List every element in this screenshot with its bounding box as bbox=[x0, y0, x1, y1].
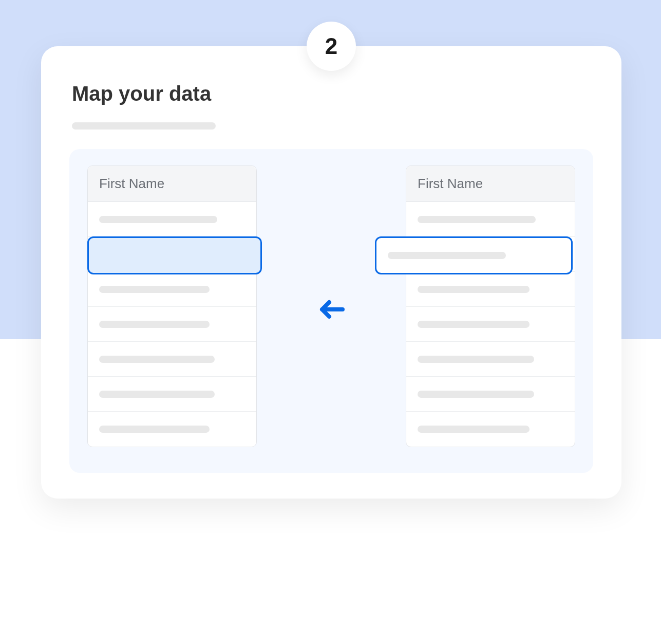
list-item[interactable] bbox=[88, 272, 256, 307]
step-card: 2 Map your data First Name First Name bbox=[41, 46, 621, 499]
list-item[interactable] bbox=[88, 307, 256, 342]
list-item[interactable] bbox=[88, 202, 256, 237]
row-placeholder bbox=[99, 286, 210, 293]
row-placeholder bbox=[99, 391, 215, 398]
row-placeholder bbox=[418, 356, 534, 363]
list-item[interactable] bbox=[88, 412, 256, 447]
list-item[interactable] bbox=[406, 272, 575, 307]
row-placeholder bbox=[388, 252, 506, 259]
row-placeholder bbox=[418, 391, 534, 398]
list-item[interactable] bbox=[406, 202, 575, 237]
list-item[interactable] bbox=[406, 307, 575, 342]
left-column-header: First Name bbox=[88, 166, 256, 202]
list-item[interactable] bbox=[88, 377, 256, 412]
row-placeholder bbox=[99, 356, 215, 363]
left-selected-row[interactable] bbox=[87, 236, 262, 274]
row-placeholder bbox=[99, 426, 210, 433]
arrow-left-icon bbox=[318, 298, 345, 323]
mapping-container: First Name First Name bbox=[69, 149, 593, 473]
row-placeholder bbox=[99, 321, 210, 328]
row-placeholder bbox=[418, 321, 530, 328]
row-placeholder bbox=[418, 216, 536, 223]
list-item[interactable] bbox=[406, 412, 575, 447]
step-number-badge: 2 bbox=[307, 22, 356, 71]
right-column-header: First Name bbox=[406, 166, 575, 202]
right-column: First Name bbox=[406, 165, 575, 447]
list-item[interactable] bbox=[88, 342, 256, 377]
row-placeholder bbox=[418, 286, 530, 293]
list-item[interactable] bbox=[406, 342, 575, 377]
row-placeholder bbox=[99, 216, 217, 223]
left-column: First Name bbox=[87, 165, 257, 447]
subtitle-placeholder bbox=[72, 122, 216, 130]
right-selected-row[interactable] bbox=[375, 236, 573, 274]
list-item[interactable] bbox=[406, 377, 575, 412]
row-placeholder bbox=[418, 426, 530, 433]
page-title: Map your data bbox=[72, 82, 211, 105]
